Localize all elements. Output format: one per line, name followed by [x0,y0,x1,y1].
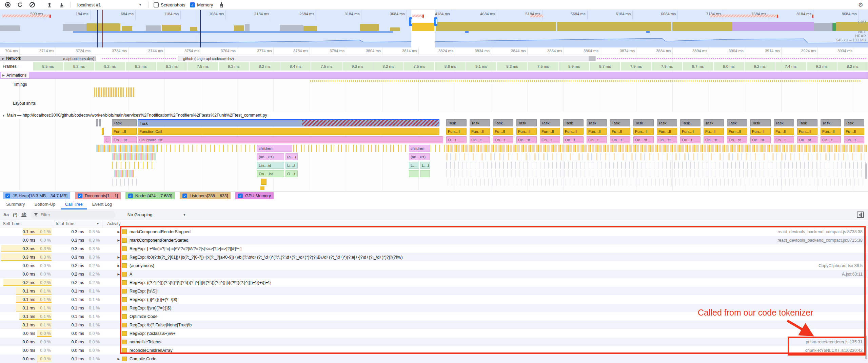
memory-toggle[interactable]: ✓ Memory [190,2,213,7]
column-header-activity[interactable]: Activity [102,220,868,227]
flame-onlist-bar[interactable] [409,170,419,177]
flame-ignore-list-bar[interactable]: On…t [540,136,560,143]
frame-duration-cell[interactable]: 8.4 ms [280,62,311,70]
load-profile-icon[interactable] [46,1,53,8]
flame-small-bar[interactable] [260,186,264,190]
call-tree-row[interactable]: 0.0 ms0.0 % 0.0 ms0.0 % RegExp: (\bclass… [0,329,868,338]
frames-track[interactable]: Frames 8.5 ms8.2 ms9.2 ms8.3 ms8.3 ms7.5… [0,62,868,71]
grouping-select[interactable]: No Grouping ▼ [119,212,186,217]
collapse-arrow-icon[interactable]: ▼ [2,114,5,117]
frame-duration-cell[interactable]: 8.7 ms [590,62,620,70]
flame-ignore-list-bar[interactable]: On…t [563,136,584,143]
flame-ignore-list-bar[interactable]: (… [104,136,111,143]
flame-function-call-bar[interactable]: Fun…ll [563,128,584,135]
frame-duration-cell[interactable]: 7.4 ms [775,62,806,70]
flame-function-call-bar[interactable]: Fun…ll [657,128,677,135]
flame-function-call-bar[interactable]: Fun…ll [633,128,654,135]
frame-duration-cell[interactable]: 7.5 ms [528,62,558,70]
flame-task-bar[interactable]: Task [750,119,771,126]
network-request-bar[interactable]: github (stage-api.codecov.dev) [178,56,596,61]
source-location-link[interactable]: chunk-RY6NLCXT.js:10230:42 [805,348,868,353]
record-icon[interactable] [4,1,12,8]
flame-anonymous-bar[interactable]: (a…) [285,153,298,160]
screenshots-checkbox[interactable] [154,2,159,7]
flame-ignore-list-bar[interactable]: On…st [797,136,817,143]
frame-duration-cell[interactable]: 9.3 ms [219,62,249,70]
frame-duration-cell[interactable]: 8.2 ms [497,62,527,70]
flame-function-call-bar[interactable]: Function Call [138,128,439,135]
network-track-header[interactable]: ▶Network [2,56,21,61]
memory-counter-toggle[interactable]: ✓ Documents[1 – 1] [75,192,121,199]
flame-ignore-list-bar[interactable]: On…t [610,136,630,143]
memory-counter-toggle[interactable]: ✓ GPU Memory [235,192,274,199]
reload-and-record-icon[interactable] [16,1,24,8]
flame-function-call-bar[interactable]: Fu…ll [704,128,724,135]
main-thread-track[interactable]: ▼Main — http://localhost:3000/github/cod… [0,112,868,119]
frame-duration-cell[interactable]: 8.3 ms [157,62,187,70]
results-tab[interactable]: Call Tree [61,200,87,209]
frame-duration-cell[interactable]: 9.3 ms [342,62,373,70]
animations-track-header[interactable]: ▶Animations [1,72,29,78]
flame-line-bar[interactable]: Li…t [285,162,298,169]
flame-ignore-list-bar[interactable]: On…st [516,136,537,143]
flame-ignore-list-bar[interactable]: On ignore list [138,136,443,143]
counter-checkbox[interactable]: ✓ [238,194,243,198]
flame-ignore-list-bar[interactable]: O…t [446,136,467,143]
frames-track-header[interactable]: Frames [0,62,33,71]
expand-arrow-icon[interactable]: ▶ [2,74,5,77]
flame-task-bar[interactable]: Task [112,119,137,126]
profile-select[interactable]: localhost #1 ▼ [75,2,144,7]
flame-task-bar[interactable] [99,119,101,126]
row-expand-arrow[interactable]: ▶ [116,256,121,259]
flame-line-bar[interactable]: L…t [420,162,430,169]
counter-checkbox[interactable]: ✓ [78,194,82,198]
results-tab[interactable]: Bottom-Up [31,200,60,209]
flame-task-bar[interactable]: Task [680,119,701,126]
flame-children-bar[interactable]: children [257,145,292,152]
flame-function-call-bar[interactable]: Fun…ll [750,128,771,135]
save-profile-icon[interactable] [58,1,65,8]
column-header-self-time[interactable]: Self Time [0,220,52,227]
flame-function-call-bar[interactable]: Fun…ll [821,128,841,135]
timeline-overview[interactable]: 500 ms184 ms684 ms1184 ms1684 ms2184 ms2… [0,10,868,47]
call-tree-row[interactable]: 0.0 ms0.0 % 0.2 ms0.2 % ▶ (anonymous) Co… [0,261,868,270]
flame-task-bar[interactable]: Task [610,119,630,126]
flame-onlist-bar[interactable] [420,170,430,177]
flame-task-bar[interactable]: Task [587,119,607,126]
network-track[interactable]: e-api.codecov.dev) github (stage-api.cod… [0,55,868,62]
flame-function-call-bar[interactable]: Fun…ll [797,128,817,135]
flame-anonymous-bar[interactable]: (an…us) [257,153,284,160]
flame-small-bar[interactable] [261,179,267,185]
flame-task-bar[interactable]: Task [633,119,654,126]
clear-icon[interactable] [28,1,36,8]
regex-icon[interactable]: (*) [13,213,17,217]
flame-function-call-bar[interactable] [102,128,104,135]
frame-duration-cell[interactable]: 8.2 ms [64,62,94,70]
flame-task-bar[interactable]: Task [470,119,490,126]
flame-ignore-list-bar[interactable]: On…st [704,136,724,143]
frame-duration-cell[interactable]: 8.0 ms [714,62,744,70]
flame-task-bar[interactable]: Task [563,119,584,126]
flame-task-bar[interactable]: Task [704,119,724,126]
flame-function-call-bar[interactable]: Fun…ll [727,128,747,135]
call-tree-row[interactable]: 0.1 ms0.1 % 0.1 ms0.1 % RegExp: \b(?:Fal… [0,321,868,329]
timings-track[interactable]: Timings [0,79,868,98]
source-location-link[interactable]: prism-react-renderer.js:135:31 [806,340,868,344]
flame-function-call-bar[interactable]: Fu…ll [844,128,864,135]
flame-children-bar[interactable]: children [409,145,430,152]
memory-checkbox[interactable]: ✓ [190,2,195,7]
table-scrollbar[interactable] [865,336,867,359]
results-tab[interactable]: Event Log [88,200,116,209]
counter-checkbox[interactable]: ✓ [5,194,10,198]
row-expand-arrow[interactable]: ▶ [116,357,121,361]
flame-line-bar[interactable]: L… [409,162,419,169]
match-whole-word-icon[interactable]: ab [21,213,26,217]
flame-ignore-list-bar[interactable]: On…st [727,136,747,143]
call-tree-row[interactable]: 0.1 ms0.1 % 0.3 ms0.3 % ▶ markComponentR… [0,227,868,236]
flame-task-bar[interactable]: Task [727,119,747,126]
flame-onlist-bar[interactable]: On …ist [257,170,284,177]
source-location-link[interactable]: A.jsx:63:11 [842,272,868,277]
call-tree-row[interactable]: 0.1 ms0.1 % 0.1 ms0.1 % RegExp: (:)[^:()… [0,295,868,304]
flame-line-bar[interactable]: Lin…nt [257,162,284,169]
row-expand-arrow[interactable]: ▶ [116,273,121,276]
